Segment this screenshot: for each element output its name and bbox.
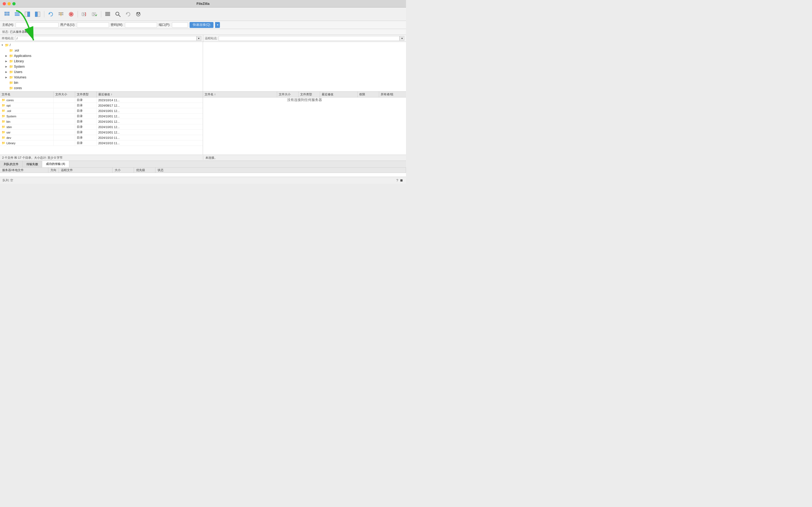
tree-item[interactable]: ▶📁Volumes	[0, 75, 203, 80]
local-tree-view[interactable]: ▼📁/📁.vol▶📁Applications▶📁Library▶📁System▶…	[0, 42, 203, 92]
bottom-right-icons: ? ⏹	[396, 178, 403, 182]
username-input[interactable]	[77, 22, 109, 27]
remote-col-header-name[interactable]: 文件名 ↑	[203, 92, 277, 97]
minimize-button[interactable]	[7, 2, 11, 5]
file-row[interactable]: 📁.vol目录2024/10/01 12...	[0, 108, 203, 114]
file-row[interactable]: 📁System目录2024/10/01 12...	[0, 114, 203, 119]
folder-icon: 📁	[2, 136, 5, 139]
folder-icon: 📁	[9, 54, 13, 58]
file-row[interactable]: 📁dev目录2024/10/10 11...	[0, 135, 203, 140]
compare-button[interactable]	[56, 9, 66, 19]
host-input[interactable]	[15, 22, 59, 27]
file-size-cell	[54, 124, 75, 129]
file-row[interactable]: 📁cores目录2023/10/14 11...	[0, 98, 203, 103]
transfer-col-direction[interactable]: 方向	[48, 168, 59, 173]
svg-rect-8	[27, 12, 30, 17]
tree-chevron-icon: ▶	[5, 71, 9, 73]
folder-icon: 📁	[2, 109, 5, 113]
transfer-tab-successful[interactable]: 成功的传输 (4)	[42, 161, 69, 167]
remote-col-header-modified[interactable]: 最近修改	[320, 92, 358, 97]
file-row[interactable]: 📁Library目录2024/10/10 11...	[0, 140, 203, 146]
transfer-col-priority[interactable]: 优先级	[134, 168, 156, 173]
quick-connect-button[interactable]: 快速连接(Q)	[189, 22, 214, 28]
col-header-name[interactable]: 文件名	[0, 92, 54, 97]
file-row[interactable]: 📁opt目录2024/08/17 12...	[0, 103, 203, 108]
folder-icon: 📁	[5, 43, 9, 47]
port-input[interactable]	[172, 22, 188, 27]
svg-point-40	[139, 12, 140, 13]
cancel-button[interactable]	[66, 9, 76, 19]
col-header-size[interactable]: 文件大小	[54, 92, 75, 97]
remote-path-dropdown[interactable]: ▾	[400, 36, 404, 41]
remote-col-header-owner[interactable]: 所有者/组	[379, 92, 406, 97]
toggle-message-button[interactable]	[12, 9, 22, 19]
tree-item[interactable]: ▼📁/	[0, 43, 203, 48]
tree-item[interactable]: ▶📁System	[0, 64, 203, 69]
tree-item-label: bin	[14, 81, 18, 84]
window-title: FileZilla	[196, 2, 210, 6]
file-name-cell: 📁usr	[0, 130, 54, 135]
transfer-col-status[interactable]: 状态	[156, 168, 406, 173]
tree-button[interactable]	[103, 9, 113, 19]
svg-rect-12	[59, 12, 61, 13]
tree-chevron-icon: ▶	[5, 55, 9, 57]
file-type-cell: 目录	[75, 119, 97, 124]
transfer-tab-failed[interactable]: 传输失败	[22, 161, 42, 167]
remote-col-header-perm[interactable]: 权限	[358, 92, 379, 97]
remote-path-label: 远程站点:	[205, 36, 218, 40]
close-button[interactable]	[3, 2, 6, 5]
help-button[interactable]: ?	[396, 178, 398, 182]
svg-rect-5	[15, 14, 19, 14]
status-bar: 状态: 已从服务器断开	[0, 29, 406, 35]
local-path-input[interactable]	[15, 36, 196, 41]
tree-chevron-icon: ▶	[5, 65, 9, 68]
transfer-col-server[interactable]: 服务器/本地文件	[0, 168, 48, 173]
svg-rect-6	[15, 15, 19, 16]
col-header-type[interactable]: 文件类型	[75, 92, 97, 97]
transfer-tab-queue[interactable]: 列队的文件	[0, 161, 22, 167]
tree-item[interactable]: ▶📁Applications	[0, 53, 203, 59]
tree-item[interactable]: ▶📁Users	[0, 69, 203, 75]
bottom-summary: 2 个文件 和 17 个目录。大小总计: 至少 0 字节 未连接。	[0, 155, 406, 161]
site-manager-button[interactable]	[2, 9, 12, 19]
tree-chevron-icon: ▶	[5, 60, 9, 63]
tree-item[interactable]: 📁bin	[0, 80, 203, 86]
remote-col-header-type[interactable]: 文件类型	[299, 92, 320, 97]
refresh-button[interactable]	[46, 9, 56, 19]
file-row[interactable]: 📁bin目录2024/10/01 12...	[0, 119, 203, 124]
transfer-header: 列队的文件传输失败成功的传输 (4)	[0, 161, 406, 168]
remote-panel: 文件名 ↑ 文件大小 文件类型 最近修改 权限 所有者/组 没有连接到任何服	[203, 42, 406, 155]
maximize-button[interactable]	[12, 2, 15, 5]
remote-tree-view[interactable]	[203, 42, 406, 92]
sync-button[interactable]	[123, 9, 133, 19]
remote-path-input[interactable]	[219, 36, 400, 41]
file-type-cell: 目录	[75, 108, 97, 113]
toggle-local-button[interactable]	[22, 9, 32, 19]
file-modified-cell: 2023/10/14 11...	[97, 98, 203, 103]
file-type-cell: 目录	[75, 103, 97, 108]
remote-col-header-size[interactable]: 文件大小	[277, 92, 299, 97]
file-row[interactable]: 📁sbin目录2024/10/01 12...	[0, 124, 203, 130]
folder-icon: 📁	[2, 120, 5, 123]
svg-marker-11	[49, 13, 51, 14]
search-button[interactable]	[113, 9, 123, 19]
done-button[interactable]	[90, 9, 99, 19]
tree-item[interactable]: 📁.vol	[0, 48, 203, 53]
svg-point-35	[116, 12, 119, 15]
network-button[interactable]	[133, 9, 143, 19]
svg-rect-9	[35, 12, 37, 17]
password-input[interactable]	[125, 22, 157, 27]
svg-rect-13	[61, 12, 63, 13]
stop-button[interactable]: ⏹	[400, 178, 403, 182]
transfer-col-remote[interactable]: 远程文件	[59, 168, 113, 173]
tree-item[interactable]: ▶📁Library	[0, 59, 203, 64]
local-path-dropdown[interactable]: ▾	[196, 36, 201, 41]
col-header-modified[interactable]: 最近修改 ↑	[97, 92, 203, 97]
tree-item[interactable]: 📁cores	[0, 86, 203, 91]
skip-button[interactable]	[79, 9, 89, 19]
transfer-col-size[interactable]: 大小	[113, 168, 134, 173]
toggle-remote-button[interactable]	[33, 9, 43, 19]
file-row[interactable]: 📁usr目录2024/10/01 12...	[0, 130, 203, 135]
file-type-cell: 目录	[75, 114, 97, 119]
quick-connect-dropdown[interactable]: ▾	[215, 22, 220, 28]
